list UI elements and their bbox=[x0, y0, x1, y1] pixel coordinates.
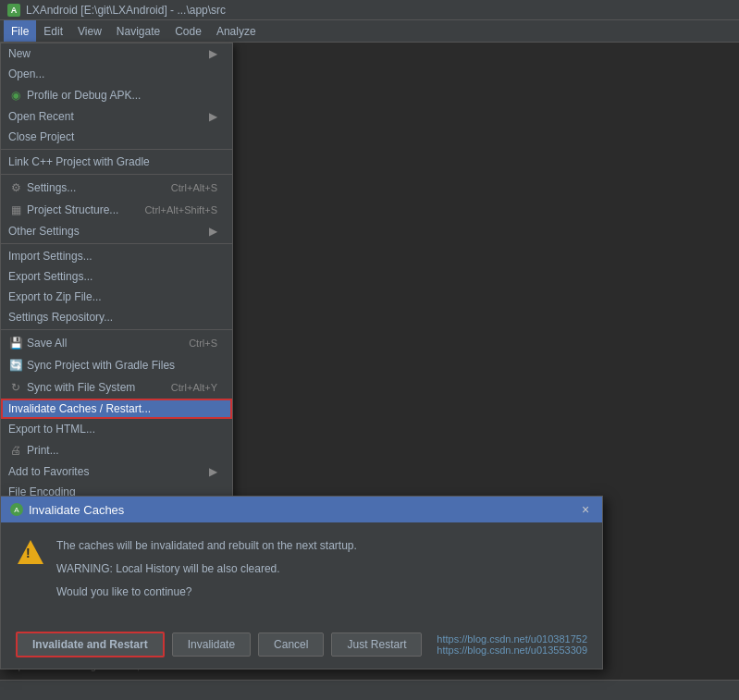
submenu-arrow-recent: ▶ bbox=[209, 110, 217, 123]
menu-item-new[interactable]: New ▶ bbox=[1, 43, 232, 64]
menu-item-sync-fs[interactable]: ↻ Sync with File System Ctrl+Alt+Y bbox=[1, 376, 232, 399]
menu-item-invalidate-caches[interactable]: Invalidate Caches / Restart... bbox=[1, 399, 232, 419]
warning-triangle bbox=[18, 540, 43, 564]
menu-bar: File Edit View Navigate Code Analyze bbox=[0, 20, 739, 43]
dialog-message-2: WARNING: Local History will be also clea… bbox=[56, 560, 357, 578]
menu-item-save-all[interactable]: 💾 Save All Ctrl+S bbox=[1, 332, 232, 354]
menu-navigate[interactable]: Navigate bbox=[109, 20, 167, 42]
separator-3 bbox=[1, 243, 232, 244]
dialog-title-left: A Invalidate Caches bbox=[10, 503, 124, 517]
menu-item-settings[interactable]: ⚙ Settings... Ctrl+Alt+S bbox=[1, 177, 232, 199]
separator-1 bbox=[1, 149, 232, 150]
dialog-message-1: The caches will be invalidated and rebui… bbox=[56, 537, 357, 555]
submenu-arrow: ▶ bbox=[209, 47, 217, 60]
dialog-urls: https://blog.csdn.net/u010381752 https:/… bbox=[429, 633, 587, 656]
project-icon: ▦ bbox=[8, 203, 23, 217]
dialog-url-1: https://blog.csdn.net/u010381752 bbox=[429, 633, 587, 645]
invalidate-button[interactable]: Invalidate bbox=[172, 632, 251, 657]
sync-fs-icon: ↻ bbox=[8, 380, 23, 395]
cancel-button[interactable]: Cancel bbox=[258, 632, 324, 657]
profile-icon: ◉ bbox=[8, 88, 23, 103]
menu-item-other-settings[interactable]: Other Settings ▶ bbox=[1, 221, 232, 241]
title-text: LXAndroid [E:\git\LXAndroid] - ...\app\s… bbox=[26, 4, 226, 17]
print-icon: 🖨 bbox=[8, 443, 23, 458]
menu-code[interactable]: Code bbox=[167, 20, 209, 42]
menu-item-add-favorites[interactable]: Add to Favorites ▶ bbox=[1, 461, 232, 482]
menu-item-sync-gradle[interactable]: 🔄 Sync Project with Gradle Files bbox=[1, 354, 232, 376]
status-bar bbox=[0, 680, 739, 700]
menu-item-close-project[interactable]: Close Project bbox=[1, 127, 232, 147]
app-icon: A bbox=[7, 4, 20, 17]
menu-item-profile-debug[interactable]: ◉ Profile or Debug APK... bbox=[1, 84, 232, 106]
separator-4 bbox=[1, 329, 232, 330]
dialog-body: The caches will be invalidated and rebui… bbox=[1, 522, 602, 624]
menu-edit[interactable]: Edit bbox=[36, 20, 70, 42]
menu-item-export-settings[interactable]: Export Settings... bbox=[1, 266, 232, 287]
sync-gradle-icon: 🔄 bbox=[8, 358, 23, 373]
menu-file[interactable]: File bbox=[4, 20, 36, 42]
just-restart-button[interactable]: Just Restart bbox=[331, 632, 422, 657]
dialog-title-bar: A Invalidate Caches × bbox=[1, 497, 602, 522]
warning-icon bbox=[16, 537, 45, 567]
menu-analyze[interactable]: Analyze bbox=[209, 20, 264, 42]
submenu-arrow-other: ▶ bbox=[209, 225, 217, 238]
menu-item-open-recent[interactable]: Open Recent ▶ bbox=[1, 106, 232, 127]
settings-icon: ⚙ bbox=[8, 180, 23, 195]
menu-item-import-settings[interactable]: Import Settings... bbox=[1, 246, 232, 266]
dialog-url-2: https://blog.csdn.net/u013553309 bbox=[429, 645, 587, 656]
dialog-buttons: Invalidate and Restart Invalidate Cancel… bbox=[1, 624, 602, 669]
submenu-arrow-fav: ▶ bbox=[209, 465, 217, 478]
dialog-warning-row: The caches will be invalidated and rebui… bbox=[16, 537, 587, 602]
menu-item-settings-repo[interactable]: Settings Repository... bbox=[1, 307, 232, 327]
dialog-app-icon: A bbox=[10, 503, 23, 516]
menu-item-project-structure[interactable]: ▦ Project Structure... Ctrl+Alt+Shift+S bbox=[1, 199, 232, 221]
dialog-message: The caches will be invalidated and rebui… bbox=[56, 537, 357, 602]
dialog-title: Invalidate Caches bbox=[29, 503, 124, 517]
dialog-message-3: Would you like to continue? bbox=[56, 583, 357, 601]
invalidate-restart-button[interactable]: Invalidate and Restart bbox=[16, 632, 165, 657]
menu-item-open[interactable]: Open... bbox=[1, 64, 232, 84]
menu-item-export-html[interactable]: Export to HTML... bbox=[1, 419, 232, 439]
invalidate-caches-dialog: A Invalidate Caches × The caches will be… bbox=[0, 496, 603, 669]
save-icon: 💾 bbox=[8, 336, 23, 350]
separator-2 bbox=[1, 174, 232, 175]
menu-view[interactable]: View bbox=[70, 20, 109, 42]
menu-item-export-zip[interactable]: Export to Zip File... bbox=[1, 287, 232, 307]
dialog-close-button[interactable]: × bbox=[578, 502, 593, 517]
title-bar: A LXAndroid [E:\git\LXAndroid] - ...\app… bbox=[0, 0, 739, 20]
menu-item-print[interactable]: 🖨 Print... bbox=[1, 439, 232, 461]
menu-item-link-cpp[interactable]: Link C++ Project with Gradle bbox=[1, 152, 232, 172]
